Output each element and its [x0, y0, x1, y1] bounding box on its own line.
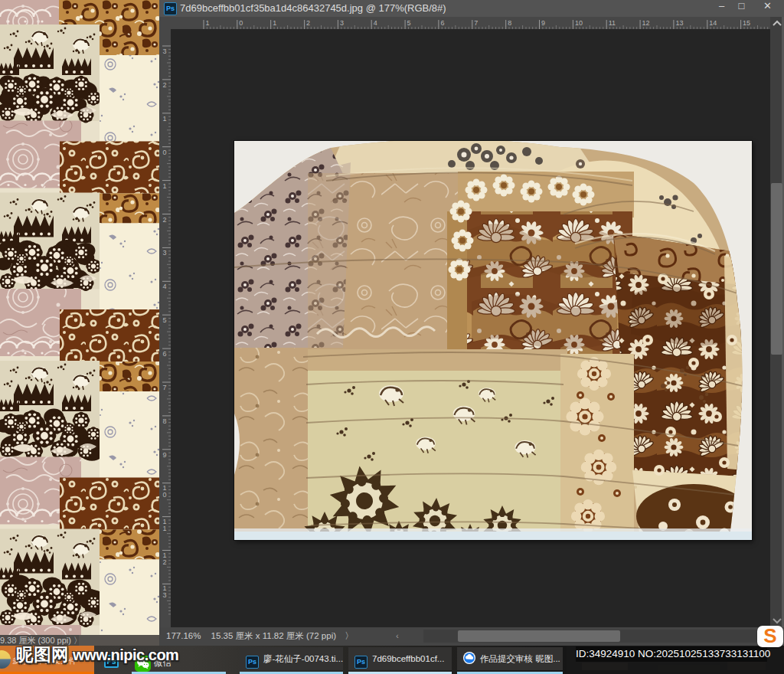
svg-text:2: 2	[162, 558, 166, 566]
svg-text:7: 7	[162, 384, 166, 391]
svg-text:2: 2	[162, 81, 166, 89]
svg-text:1: 1	[273, 19, 276, 27]
svg-text:7: 7	[474, 19, 478, 27]
svg-text:2: 2	[306, 19, 310, 27]
svg-text:9: 9	[541, 19, 545, 27]
svg-text:9: 9	[162, 451, 166, 459]
svg-text:13: 13	[675, 19, 683, 27]
svg-text:1: 1	[162, 182, 166, 190]
svg-text:6: 6	[162, 350, 166, 358]
svg-text:1: 1	[162, 115, 166, 123]
svg-text:12: 12	[642, 19, 650, 27]
svg-text:1: 1	[206, 19, 210, 27]
svg-text:0: 0	[162, 491, 166, 499]
svg-text:14: 14	[709, 19, 717, 27]
svg-text:8: 8	[508, 19, 511, 27]
svg-text:0: 0	[162, 149, 166, 156]
svg-text:3: 3	[162, 47, 166, 55]
svg-text:11: 11	[609, 19, 616, 27]
svg-text:1: 1	[162, 525, 166, 532]
svg-text:5: 5	[162, 316, 166, 324]
svg-text:3: 3	[162, 249, 166, 257]
svg-text:15: 15	[743, 19, 750, 27]
svg-text:4: 4	[162, 283, 166, 290]
svg-text:3: 3	[162, 591, 166, 599]
svg-text:8: 8	[162, 417, 166, 425]
svg-text:4: 4	[374, 19, 377, 27]
svg-text:0: 0	[239, 19, 243, 27]
svg-text:6: 6	[440, 19, 444, 27]
svg-text:3: 3	[340, 19, 344, 27]
svg-text:10: 10	[575, 19, 583, 27]
svg-text:5: 5	[407, 19, 411, 27]
svg-text:2: 2	[162, 216, 166, 224]
